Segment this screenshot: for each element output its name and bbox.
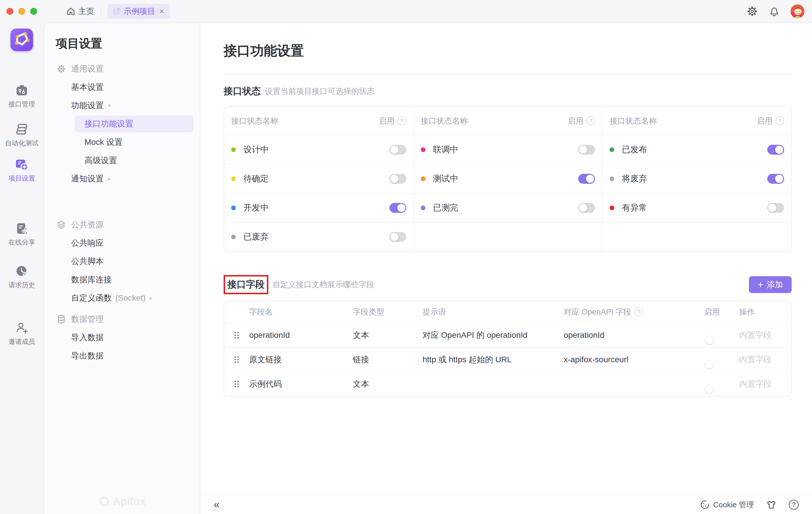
status-row: 测试中: [414, 164, 602, 193]
status-dot: [610, 177, 614, 181]
help-icon[interactable]: ?: [398, 116, 406, 125]
rail-item-label: 请求历史: [8, 280, 35, 290]
status-dot: [610, 147, 614, 152]
menu-item-basic-settings[interactable]: 基本设置: [44, 78, 200, 96]
notifications-bell-icon[interactable]: [768, 5, 780, 17]
status-toggle[interactable]: [389, 145, 406, 155]
caret-down-icon: ▾: [108, 102, 111, 109]
home-label: 主页: [79, 6, 94, 17]
minimize-window-button[interactable]: [18, 8, 25, 15]
fields-section-title-annotated: 接口字段: [224, 275, 268, 294]
status-toggle[interactable]: [767, 145, 784, 155]
menu-item-export-data[interactable]: 导出数据: [44, 347, 200, 365]
menu-group-label: 通用设置: [71, 63, 104, 75]
status-dot: [231, 235, 236, 239]
menu-group-label: 数据管理: [71, 314, 104, 325]
app-window: 主页 示例项目 ×: [0, 0, 812, 514]
status-toggle[interactable]: [389, 174, 406, 184]
menu-item-advanced-settings[interactable]: 高级设置: [44, 151, 200, 169]
automated-testing-icon: [15, 123, 28, 136]
status-section-subtitle: 设置当前项目接口可选择的状态: [265, 86, 375, 97]
status-column-3: 接口状态名称 启用? 已发布 将废弃 有异常: [602, 107, 791, 251]
apifox-logo[interactable]: [10, 28, 33, 51]
rail-item-automated-testing[interactable]: 自动化测试: [0, 123, 44, 148]
api-management-icon: [15, 84, 28, 97]
menu-group-label: 公共资源: [71, 219, 104, 230]
status-toggle[interactable]: [578, 145, 595, 155]
gear-icon: [57, 64, 66, 74]
left-rail: 接口管理 自动化测试 项目设置 在线分享 请求历史: [0, 23, 44, 514]
status-dot: [231, 177, 236, 181]
help-icon[interactable]: ?: [775, 116, 784, 125]
status-row: 待确定: [224, 164, 413, 193]
tab-sample-project[interactable]: 示例项目 ×: [108, 4, 170, 19]
tab-close-icon[interactable]: ×: [158, 7, 165, 16]
status-toggle[interactable]: [767, 174, 784, 184]
rail-item-request-history[interactable]: 请求历史: [0, 265, 44, 290]
theme-tshirt-icon[interactable]: [766, 499, 777, 510]
help-icon[interactable]: ?: [634, 307, 643, 316]
menu-item-import-data[interactable]: 导入数据: [44, 328, 200, 347]
home-button[interactable]: 主页: [66, 6, 94, 17]
request-history-icon: [15, 265, 28, 278]
menu-item-notification-settings[interactable]: 通知设置▸: [44, 169, 200, 188]
collapse-sidebar-icon[interactable]: «: [214, 499, 220, 510]
status-row: 有异常: [603, 193, 791, 222]
field-row-source-link: 原文链接 链接 http 或 https 起始的 URL x-apifox-so…: [224, 347, 791, 372]
drag-handle-icon[interactable]: [224, 355, 249, 364]
menu-item-mock-settings[interactable]: Mock 设置: [44, 133, 200, 151]
close-window-button[interactable]: [6, 8, 13, 15]
status-row: 将废弃: [603, 164, 791, 193]
settings-gear-icon[interactable]: [746, 5, 758, 17]
status-toggle[interactable]: [578, 174, 595, 184]
rail-item-api-management[interactable]: 接口管理: [0, 84, 44, 109]
status-row: 已废弃: [224, 222, 413, 251]
caret-right-icon: ▸: [108, 175, 111, 182]
layers-icon: [57, 220, 66, 229]
topbar-divider: [100, 6, 101, 16]
menu-item-shared-responses[interactable]: 公共响应: [44, 234, 200, 252]
status-dot: [231, 206, 236, 210]
status-row: 已测完: [414, 193, 602, 222]
settings-menu: 通用设置 基本设置 功能设置▾ 接口功能设置 Mock 设置 高级设置 通知设置…: [44, 60, 200, 365]
help-icon[interactable]: ?: [789, 500, 799, 510]
status-toggle[interactable]: [389, 203, 406, 213]
menu-group-data-management[interactable]: 数据管理: [44, 310, 200, 328]
status-toggle[interactable]: [578, 203, 595, 213]
rail-item-label: 自动化测试: [5, 139, 39, 148]
status-toggle[interactable]: [767, 203, 784, 213]
drag-handle-icon[interactable]: [224, 331, 249, 340]
caret-right-icon: ▸: [150, 295, 152, 301]
zoom-window-button[interactable]: [30, 8, 37, 15]
menu-item-api-feature-settings[interactable]: 接口功能设置: [75, 115, 194, 132]
add-field-button[interactable]: +添加: [749, 276, 792, 293]
menu-item-database-connections[interactable]: 数据库连接: [44, 270, 200, 289]
menu-group-shared-resources[interactable]: 公共资源: [44, 215, 200, 234]
drag-handle-icon[interactable]: [224, 380, 249, 388]
field-row-operationid: operationId 文本 对应 OpenAPI 的 operationId …: [224, 323, 791, 347]
footer-bar: « Cookie 管理 ?: [200, 495, 812, 514]
status-dot: [421, 147, 426, 152]
rail-item-label: 项目设置: [8, 174, 35, 183]
status-row-empty: [414, 222, 602, 251]
tab-label: 示例项目: [124, 6, 155, 17]
help-icon[interactable]: ?: [586, 116, 595, 125]
menu-item-custom-functions[interactable]: 自定义函数(Socket)▸: [44, 289, 200, 307]
cookie-icon: [700, 500, 710, 510]
status-row: 设计中: [224, 135, 413, 164]
menu-item-feature-settings[interactable]: 功能设置▾: [44, 96, 200, 114]
rail-item-online-share[interactable]: 在线分享: [0, 222, 44, 247]
status-row: 已发布: [603, 135, 791, 164]
status-toggle[interactable]: [389, 232, 406, 242]
menu-item-shared-scripts[interactable]: 公共脚本: [44, 252, 200, 270]
page-title: 接口功能设置: [224, 42, 792, 60]
topbar: 主页 示例项目 ×: [0, 0, 812, 23]
menu-group-general-settings[interactable]: 通用设置: [44, 60, 200, 78]
fields-table: 字段名 字段类型 提示语 对应 OpenAPI 字段? 启用 操作 operat…: [224, 301, 792, 397]
rail-item-project-settings[interactable]: 项目设置: [0, 158, 44, 183]
cookie-manager-button[interactable]: Cookie 管理: [700, 500, 754, 510]
rail-item-invite-members[interactable]: 邀请成员: [0, 321, 44, 346]
user-avatar[interactable]: [790, 4, 805, 18]
rail-item-label: 在线分享: [8, 238, 35, 247]
sidebar-title: 项目设置: [56, 35, 200, 51]
